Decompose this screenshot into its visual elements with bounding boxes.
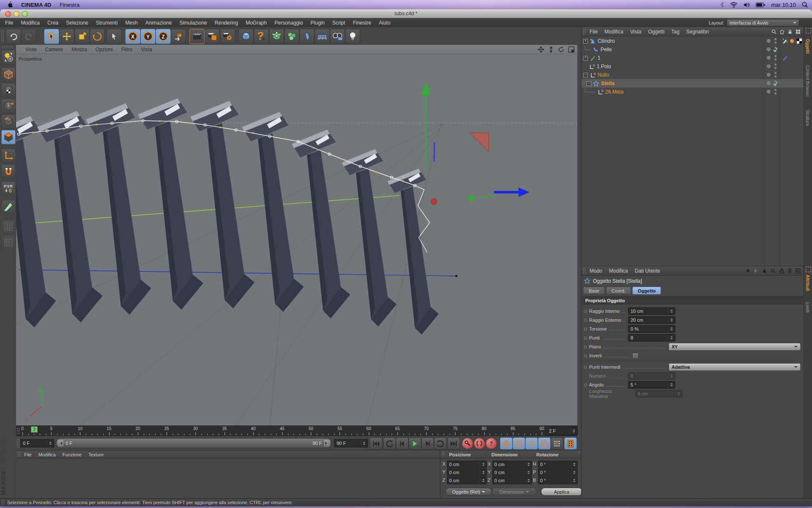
menu-personaggio[interactable]: Personaggio	[271, 20, 307, 26]
menu-file[interactable]: File	[0, 20, 17, 26]
visibility-dot[interactable]	[767, 73, 771, 77]
dock-icon[interactable]	[806, 267, 811, 272]
menu-crea[interactable]: Crea	[44, 20, 62, 26]
tab-base[interactable]: Base	[583, 287, 605, 295]
spotlight-icon[interactable]	[802, 2, 808, 8]
timeline-film-button[interactable]	[564, 437, 577, 450]
section-proprieta-oggetto[interactable]: Proprietà Oggetto	[582, 296, 803, 304]
range-end-field[interactable]: 90 F	[334, 439, 368, 447]
visibility-dot[interactable]	[767, 56, 771, 60]
battery-icon[interactable]	[756, 3, 765, 7]
window-titlebar[interactable]: tubo.c4d *	[0, 9, 812, 18]
punti-field[interactable]: 8	[628, 334, 675, 342]
workplane-b-button[interactable]	[1, 235, 16, 249]
menu-plugin[interactable]: Plugin	[307, 20, 328, 26]
object-row-stella[interactable]: − Stella	[582, 79, 804, 88]
visibility-dot[interactable]	[767, 39, 771, 43]
om-menu-modifica[interactable]: Modifica	[601, 29, 627, 35]
home-icon[interactable]	[779, 29, 785, 34]
menu-animazione[interactable]: Animazione	[141, 20, 176, 26]
om-menu-vista[interactable]: Vista	[627, 29, 645, 35]
track-icon[interactable]	[788, 268, 792, 273]
go-to-start-button[interactable]	[370, 437, 382, 450]
add-metaball-button[interactable]	[299, 29, 315, 44]
add-camera-button[interactable]	[330, 29, 345, 44]
rot-p-field[interactable]: 0 °	[538, 469, 578, 476]
om-menu-tag[interactable]: Tag	[668, 29, 683, 35]
toggle-view-icon[interactable]	[568, 46, 575, 53]
next-frame-button[interactable]	[421, 437, 434, 450]
expand-plus-icon[interactable]: +	[583, 39, 588, 44]
object-row-nullo[interactable]: − 0 Nullo	[582, 71, 804, 79]
lock-icon[interactable]	[787, 29, 793, 34]
side-tab-oggetti[interactable]: Oggetti	[805, 39, 810, 54]
key-position-button[interactable]	[500, 437, 513, 450]
expand-plus-icon[interactable]: +	[583, 56, 588, 61]
menu-strumenti[interactable]: Strumenti	[92, 20, 121, 26]
dock-icon[interactable]	[806, 28, 811, 33]
go-to-end-button[interactable]	[447, 437, 460, 450]
anim-ring-icon[interactable]	[584, 310, 587, 313]
attr-menu-modifica[interactable]: Modifica	[606, 268, 631, 274]
tab-oggetto[interactable]: Oggetto	[632, 287, 661, 295]
layout-dropdown[interactable]: Interfaccia di Avvio	[727, 19, 799, 27]
expand-minus-icon[interactable]: −	[583, 73, 588, 77]
range-start-field[interactable]: 0 F	[20, 439, 54, 447]
key-pla-button[interactable]	[551, 437, 563, 450]
vp-menu-filtro[interactable]: Filtro	[117, 47, 137, 52]
vp-menu-opzioni[interactable]: Opzioni	[91, 47, 117, 52]
size-x-field[interactable]: 0 cm	[492, 461, 532, 468]
enabled-check-icon[interactable]	[773, 81, 778, 86]
menubar-item-finestra[interactable]: Finestra	[55, 2, 84, 8]
menu-rendering[interactable]: Rendering	[211, 20, 242, 26]
visibility-dot[interactable]	[767, 47, 771, 51]
rotate-view-icon[interactable]	[558, 46, 565, 53]
pos-z-field[interactable]: 0 cm	[447, 477, 487, 484]
rotate-tool-button[interactable]	[90, 29, 105, 44]
raggio-esterno-field[interactable]: 20 cm	[628, 316, 675, 324]
object-row-pelle[interactable]: Pelle	[582, 45, 804, 54]
rot-h-field[interactable]: 0 °	[538, 461, 578, 468]
model-mode-button[interactable]	[1, 67, 16, 82]
brush-tag-icon[interactable]	[782, 38, 788, 44]
side-tab-livelli[interactable]: Livelli	[805, 302, 810, 313]
key-rotation-button[interactable]	[525, 437, 538, 450]
size-z-field[interactable]: 0 cm	[492, 477, 532, 484]
anim-ring-icon[interactable]	[584, 354, 587, 357]
record-key-button[interactable]	[462, 438, 473, 449]
menu-modifica[interactable]: Modifica	[17, 20, 44, 26]
coord-size-dropdown[interactable]: Dimensione	[492, 488, 537, 496]
phong-tag-icon[interactable]	[789, 38, 795, 44]
last-tool-button[interactable]	[107, 29, 122, 44]
menu-script[interactable]: Script	[329, 20, 349, 26]
object-row-1[interactable]: + 1	[582, 54, 804, 62]
coordinate-system-button[interactable]	[171, 29, 186, 44]
side-tab-struttura[interactable]: Struttura	[805, 110, 810, 126]
vp-menu-camere[interactable]: Camere	[41, 47, 67, 52]
lock-y-button[interactable]: Y	[140, 29, 156, 44]
attr-menu-dati-utente[interactable]: Dati Utente	[631, 268, 664, 274]
add-cube-button[interactable]	[239, 29, 254, 44]
live-selection-button[interactable]	[44, 29, 59, 44]
render-picture-button[interactable]	[205, 29, 220, 44]
coords-grip[interactable]	[442, 452, 445, 457]
selection-brush-button[interactable]	[1, 200, 16, 214]
lock-x-button[interactable]: X	[125, 29, 140, 44]
wifi-icon[interactable]	[730, 2, 738, 8]
add-environment-button[interactable]	[315, 29, 330, 44]
new-panel-icon[interactable]	[796, 268, 801, 273]
key-help-button[interactable]: ?	[486, 438, 497, 449]
key-parameter-button[interactable]: P	[538, 437, 551, 450]
attr-grip[interactable]	[583, 268, 586, 274]
mat-menu-funzione[interactable]: Funzione	[59, 452, 85, 457]
menubar-app-name[interactable]: CINEMA 4D	[17, 2, 55, 8]
transport-grip[interactable]	[16, 439, 19, 448]
visibility-dot[interactable]	[767, 90, 771, 94]
play-button[interactable]	[409, 437, 421, 450]
punti-intermedi-dropdown[interactable]: Adattiva	[669, 363, 801, 371]
timeline-ruler[interactable]: 051015202530354045505560657075808590	[16, 426, 545, 436]
frame-range-slider[interactable]: 0 F 90 F	[56, 438, 332, 448]
vp-menu-mostra[interactable]: Mostra	[67, 47, 91, 52]
previous-frame-button[interactable]	[396, 437, 409, 450]
menu-finestre[interactable]: Finestre	[349, 20, 375, 26]
